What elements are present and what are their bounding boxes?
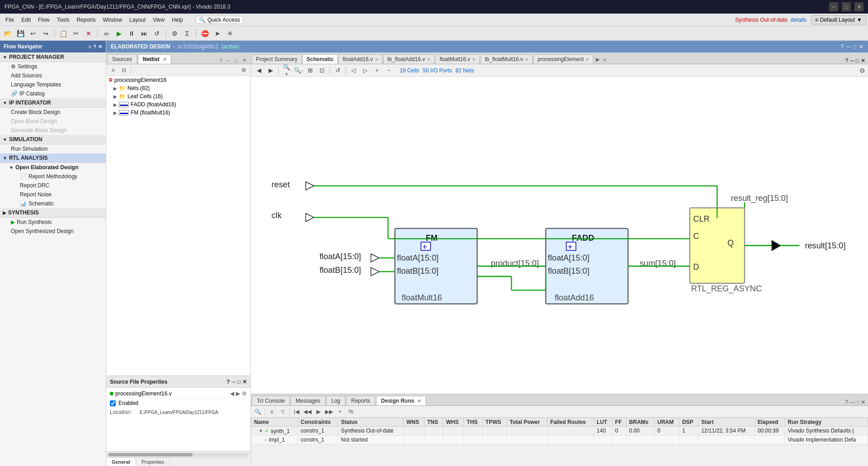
- tree-nets[interactable]: ▶ 📁 Nets (82): [106, 84, 250, 92]
- toolbar-run-button[interactable]: ▶: [113, 28, 125, 39]
- col-brams[interactable]: BRAMs: [626, 418, 654, 427]
- cells-count[interactable]: 18 Cells: [400, 67, 419, 74]
- netlist-settings-button[interactable]: ⚙: [239, 66, 249, 75]
- tb-floatadd16-close-icon[interactable]: ✕: [427, 57, 430, 62]
- tab-close-icon[interactable]: ✕: [241, 57, 248, 64]
- bottom-tab-log[interactable]: Log: [326, 396, 345, 405]
- nets-count[interactable]: 82 Nets: [455, 67, 474, 74]
- menu-layout[interactable]: Layout: [126, 16, 149, 24]
- nav-item-ip-catalog[interactable]: 🔗 IP Catalog: [0, 89, 106, 98]
- col-start[interactable]: Start: [698, 418, 755, 427]
- schematic-more-tabs-button[interactable]: ▶: [594, 55, 601, 64]
- col-failed-routes[interactable]: Failed Routes: [547, 418, 594, 427]
- props-tab-general[interactable]: General: [106, 458, 136, 466]
- toolbar-stop-button[interactable]: ⛔: [199, 28, 211, 39]
- sch-zoom-sel-button[interactable]: ⊡: [316, 66, 327, 76]
- toolbar-save-button[interactable]: 💾: [14, 28, 26, 39]
- bottom-tab-reports[interactable]: Reports: [346, 396, 375, 405]
- elab-close-icon[interactable]: ✕: [859, 43, 863, 50]
- floatadd16-close-icon[interactable]: ✕: [375, 57, 378, 62]
- dr-search-button[interactable]: 🔍: [253, 407, 263, 416]
- section-project-manager[interactable]: ▼ PROJECT MANAGER: [0, 52, 106, 62]
- toolbar-arrow-button[interactable]: ➤: [212, 28, 223, 39]
- tab-maximize-icon[interactable]: □: [233, 57, 239, 64]
- sch-tab-close-icon[interactable]: ✕: [861, 57, 865, 64]
- col-ff[interactable]: FF: [612, 418, 626, 427]
- col-lut[interactable]: LUT: [594, 418, 612, 427]
- sch-prev-button[interactable]: ◁: [348, 66, 359, 76]
- toolbar-settings-button[interactable]: ⚙: [169, 28, 180, 39]
- props-gear-icon[interactable]: ⚙: [242, 390, 247, 397]
- table-row-impl1[interactable]: ○ impl_1 constrs_1 Not started: [251, 435, 868, 444]
- col-status[interactable]: Status: [338, 418, 404, 427]
- props-maximize-icon[interactable]: □: [237, 379, 241, 385]
- nav-item-run-simulation[interactable]: Run Simulation: [0, 144, 106, 153]
- dr-run-button[interactable]: ▶: [313, 407, 323, 416]
- design-runs-close-icon[interactable]: ✕: [417, 399, 421, 404]
- section-simulation[interactable]: ▼ SIMULATION: [0, 135, 106, 144]
- close-button[interactable]: ✕: [854, 2, 863, 11]
- bottom-minimize-icon[interactable]: ─: [850, 399, 854, 405]
- nav-item-schematic[interactable]: 📊 Schematic: [0, 199, 106, 208]
- nav-item-open-synthesized-design[interactable]: Open Synthesized Design: [0, 227, 106, 236]
- nav-item-open-elaborated-design[interactable]: ▼ Open Elaborated Design: [0, 163, 106, 172]
- sch-tab-tb-floatadd16[interactable]: tb_floatAdd16.v ✕: [383, 54, 434, 64]
- col-uram[interactable]: URAM: [654, 418, 679, 427]
- default-layout-dropdown[interactable]: ≡ Default Layout ▼: [811, 15, 866, 24]
- dr-prev-button[interactable]: ◀◀: [302, 407, 312, 416]
- netlist-tab-close[interactable]: ✕: [163, 57, 166, 62]
- tree-fadd[interactable]: ▶ ▬▬ FADD (floatAdd16): [106, 100, 250, 109]
- props-tab-properties[interactable]: Properties: [136, 458, 170, 466]
- nav-item-report-noise[interactable]: Report Noise: [0, 190, 106, 199]
- sch-back-button[interactable]: ◀: [254, 66, 264, 76]
- table-row-synth1[interactable]: ▼ ✓ synth_1 constrs_1 Synthesis Out-of-d…: [251, 427, 868, 436]
- dr-skip-button[interactable]: ▶▶: [324, 407, 334, 416]
- props-next-icon[interactable]: ▶: [236, 390, 240, 397]
- sch-fit-button[interactable]: ⊞: [305, 66, 316, 76]
- sch-refresh-button[interactable]: ↺: [332, 66, 343, 76]
- tree-leaf-cells[interactable]: ▶ 📁 Leaf Cells (16): [106, 92, 250, 100]
- design-runs-table[interactable]: Name Constraints Status WNS TNS WHS THS …: [251, 418, 868, 466]
- props-prev-icon[interactable]: ◀: [230, 390, 234, 397]
- dr-collapse-button[interactable]: ≡: [267, 407, 277, 416]
- sch-minus-button[interactable]: −: [383, 66, 394, 76]
- menu-file[interactable]: File: [2, 16, 18, 24]
- menu-flow[interactable]: Flow: [34, 16, 53, 24]
- sch-tab-help-icon[interactable]: ?: [845, 57, 849, 64]
- col-ths[interactable]: THS: [464, 418, 482, 427]
- props-help-icon[interactable]: ?: [226, 379, 230, 385]
- bottom-close-icon[interactable]: ✕: [861, 399, 865, 405]
- section-synthesis[interactable]: ▶ SYNTHESIS: [0, 208, 106, 218]
- dr-first-button[interactable]: |◀: [292, 407, 302, 416]
- processing-element-close-icon[interactable]: ✕: [585, 57, 589, 62]
- col-tpws[interactable]: TPWS: [482, 418, 506, 427]
- sch-tab-minimize-icon[interactable]: ─: [850, 57, 854, 64]
- toolbar-pause-button[interactable]: ⏸: [126, 28, 137, 39]
- quick-access-bar[interactable]: 🔍 Quick Access: [196, 16, 243, 24]
- toolbar-step-button[interactable]: ⏭: [138, 28, 150, 39]
- col-tns[interactable]: TNS: [424, 418, 443, 427]
- section-ip-integrator[interactable]: ▼ IP INTEGRATOR: [0, 98, 106, 108]
- bottom-tab-design-runs[interactable]: Design Runs ✕: [376, 396, 426, 405]
- nav-item-settings[interactable]: ⚙ Settings: [0, 62, 106, 71]
- col-total-power[interactable]: Total Power: [507, 418, 547, 427]
- bottom-tab-messages[interactable]: Messages: [291, 396, 326, 405]
- nav-item-create-block-design[interactable]: Create Block Design: [0, 108, 106, 117]
- netlist-collapse-all-button[interactable]: ≡: [108, 66, 118, 75]
- elab-maximize-icon[interactable]: □: [853, 43, 856, 50]
- col-dsp[interactable]: DSP: [679, 418, 698, 427]
- netlist-filter-button[interactable]: ⊟: [119, 66, 129, 75]
- menu-reports[interactable]: Reports: [73, 16, 99, 24]
- section-rtl-analysis[interactable]: ▼ RTL ANALYSIS: [0, 153, 106, 163]
- tab-sources[interactable]: Sources: [107, 54, 137, 64]
- sch-settings-icon[interactable]: ⚙: [859, 67, 865, 74]
- toolbar-reset-button[interactable]: ↺: [151, 28, 163, 39]
- menu-window[interactable]: Window: [99, 16, 126, 24]
- bottom-tab-tcl-console[interactable]: Tcl Console: [252, 396, 290, 405]
- toolbar-open-button[interactable]: 📂: [2, 28, 14, 39]
- col-name[interactable]: Name: [251, 418, 298, 427]
- toolbar-connect-button[interactable]: ∞: [100, 28, 112, 39]
- props-scrollbar[interactable]: [106, 451, 250, 457]
- nav-help-icon[interactable]: ?: [93, 44, 96, 50]
- sch-zoom-out-button[interactable]: 🔍-: [293, 66, 304, 76]
